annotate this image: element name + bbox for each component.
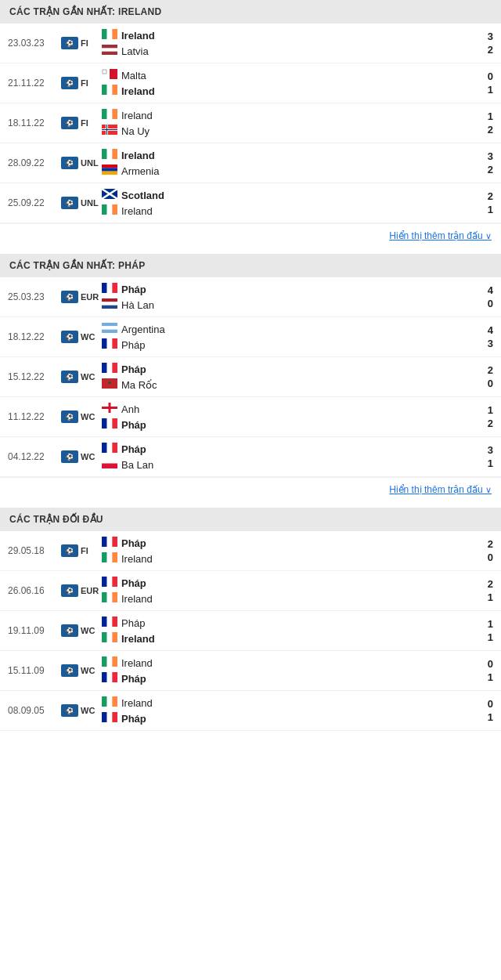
match-type: ⚽UNL	[61, 157, 102, 169]
svg-rect-36	[102, 306, 117, 309]
team-name: Pháp	[121, 339, 145, 351]
svg-rect-63	[107, 552, 113, 562]
team-name: Ireland	[121, 30, 155, 42]
competition-label: FI	[81, 546, 88, 555]
match-pair: 23.03.23⚽FI Ireland Latvia32	[0, 24, 501, 63]
flag-icon	[102, 69, 117, 81]
flag-icon	[102, 125, 117, 137]
flag-icon	[102, 443, 117, 455]
match-scores: 11	[481, 618, 493, 643]
team-row: Ireland	[102, 591, 481, 606]
team-row: Pháp	[102, 281, 481, 297]
svg-rect-10	[112, 85, 117, 95]
team-name: Anh	[121, 403, 139, 415]
svg-rect-69	[107, 592, 113, 602]
competition-icon: ⚽	[61, 77, 78, 89]
show-more-button[interactable]: Hiển thị thêm trận đấu ∨	[0, 223, 501, 248]
flag-icon	[102, 696, 117, 709]
team-row: Ireland	[102, 83, 481, 99]
match-date: 23.03.23	[8, 38, 61, 49]
team-name: Pháp	[121, 713, 146, 725]
svg-rect-60	[107, 537, 113, 547]
team-name: Armenia	[121, 165, 159, 177]
score-team1: 2	[481, 538, 493, 550]
svg-rect-70	[112, 592, 117, 602]
match-scores: 12	[481, 404, 493, 429]
flag-icon	[102, 552, 117, 565]
match-date: 21.11.22	[8, 78, 61, 89]
section-ireland-recent: CÁC TRẬN GẦN NHẤT: IRELAND23.03.23⚽FI Ir…	[0, 0, 501, 248]
match-teams: Argentina Pháp	[102, 321, 481, 353]
svg-rect-35	[102, 302, 117, 305]
match-teams: Ireland Armenia	[102, 147, 481, 179]
show-more-button[interactable]: Hiển thị thêm trận đấu ∨	[0, 477, 501, 501]
svg-rect-76	[112, 632, 117, 642]
svg-rect-33	[112, 283, 117, 293]
section-header: CÁC TRẬN GẦN NHẤT: IRELAND	[0, 0, 501, 24]
team-row: Na Uy	[102, 123, 481, 139]
competition-icon: ⚽	[61, 624, 78, 637]
team-row: Pháp	[102, 615, 481, 631]
svg-rect-22	[102, 165, 117, 168]
match-teams: Pháp Ba Lan	[102, 441, 481, 472]
show-more-link[interactable]: Hiển thị thêm trận đấu ∨	[389, 230, 492, 241]
competition-icon: ⚽	[61, 584, 78, 597]
flag-icon	[102, 149, 117, 161]
team-row: Ireland	[102, 551, 481, 566]
team-name: Ireland	[121, 593, 153, 605]
flag-icon	[102, 298, 117, 311]
match-type: ⚽FI	[61, 77, 102, 89]
match-type: ⚽WC	[61, 410, 102, 423]
flag-icon	[102, 632, 117, 645]
svg-rect-82	[112, 672, 117, 682]
svg-rect-4	[102, 48, 117, 51]
svg-rect-21	[112, 149, 117, 159]
match-pair: 08.09.05⚽WC Ireland Pháp01	[0, 691, 501, 731]
section-head-to-head: CÁC TRẬN ĐỐI ĐẦU29.05.18⚽FI Pháp Ireland…	[0, 508, 501, 731]
competition-label: FI	[81, 78, 88, 88]
svg-rect-65	[102, 577, 107, 587]
show-more-link[interactable]: Hiển thị thêm trận đấu ∨	[389, 484, 492, 495]
match-date: 28.09.22	[8, 157, 61, 168]
match-teams: Scotland Ireland	[102, 187, 481, 219]
chevron-down-icon: ∨	[485, 485, 492, 494]
match-scores: 01	[481, 71, 493, 96]
svg-rect-43	[102, 363, 107, 373]
match-teams: Ireland Pháp	[102, 655, 481, 686]
team-name: Pháp	[121, 617, 145, 629]
svg-rect-86	[102, 712, 107, 722]
competition-icon: ⚽	[61, 410, 78, 423]
score-team1: 4	[481, 284, 493, 296]
team-row: Ireland	[102, 203, 481, 219]
svg-rect-50	[102, 407, 117, 409]
match-type: ⚽WC	[61, 450, 102, 463]
match-pair: 15.12.22⚽WC Pháp Ma Rốc20	[0, 357, 501, 397]
match-scores: 40	[481, 284, 493, 309]
team-row: Ba Lan	[102, 457, 481, 472]
competition-label: WC	[81, 332, 95, 342]
team-row: Armenia	[102, 163, 481, 179]
team-name: Ma Rốc	[121, 379, 157, 391]
team-name: Ireland	[121, 657, 153, 669]
match-date: 08.09.05	[8, 705, 61, 716]
score-team2: 3	[481, 338, 493, 349]
team-row: Ireland	[102, 631, 481, 646]
competition-label: WC	[81, 626, 95, 635]
svg-rect-62	[102, 552, 107, 562]
flag-icon	[102, 418, 117, 431]
score-team1: 2	[481, 578, 493, 590]
flag-icon	[102, 29, 117, 42]
team-row: Ireland	[102, 107, 481, 123]
svg-rect-87	[107, 712, 113, 722]
svg-rect-68	[102, 592, 107, 602]
flag-icon	[102, 617, 117, 629]
competition-label: WC	[81, 372, 95, 382]
match-type: ⚽WC	[61, 331, 102, 343]
match-scores: 32	[481, 31, 493, 56]
team-name: Ireland	[121, 633, 155, 645]
svg-rect-75	[107, 632, 113, 642]
team-name: Pháp	[121, 284, 146, 295]
score-team2: 1	[481, 457, 493, 469]
match-scores: 20	[481, 364, 493, 389]
match-teams: Pháp Ireland	[102, 575, 481, 606]
